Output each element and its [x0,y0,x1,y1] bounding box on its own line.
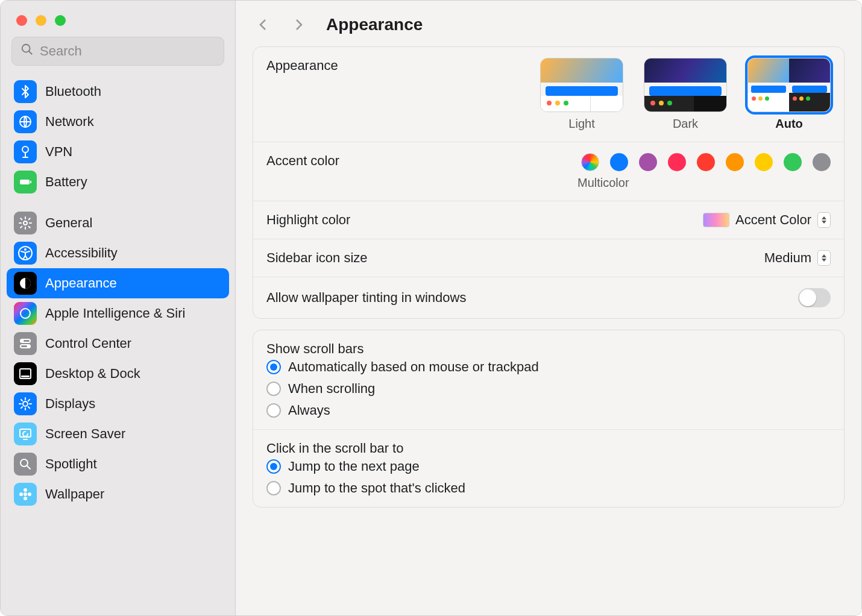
appearance-option-auto[interactable]: Auto [747,58,831,131]
accent-color-option[interactable] [755,153,773,171]
svg-line-1 [29,51,33,55]
sidebar-item-wallpaper[interactable]: Wallpaper [7,479,229,509]
appearance-option-label: Light [568,117,594,131]
appearance-option-dark[interactable]: Dark [644,58,727,131]
minimize-button[interactable] [36,15,46,26]
battery-icon [14,171,37,193]
scroll-click-heading: Click in the scroll bar to [253,430,844,456]
appearance-option-light[interactable]: Light [540,58,623,131]
sidebar-list: BluetoothNetworkVPNBatteryGeneralAccessi… [1,74,235,521]
radio-label: Jump to the next page [288,459,420,474]
svg-point-22 [24,488,27,492]
accent-color-options [581,153,831,171]
radio-label: Automatically based on mouse or trackpad [288,359,539,375]
radio-label: Jump to the spot that's clicked [288,480,465,496]
svg-line-20 [27,466,31,470]
accent-color-option[interactable] [610,153,628,171]
radio-option[interactable]: Jump to the next page [266,459,831,474]
svg-point-8 [24,248,27,251]
appearance-option-label: Auto [775,117,803,131]
dock-icon [14,362,37,385]
radio-option[interactable]: When scrolling [266,381,831,397]
main-content: Appearance Appearance Light Dark [236,1,861,615]
sidebar-item-label: Apple Intelligence & Siri [45,306,185,321]
radio-button[interactable] [266,382,281,396]
brightness-icon [14,392,37,415]
sidebar-item-appearance[interactable]: Appearance [7,268,229,298]
nav-forward-button[interactable] [291,17,306,32]
sidebar-icon-size-value: Medium [764,250,811,266]
sidebar-item-label: Accessibility [45,245,118,261]
sidebar: BluetoothNetworkVPNBatteryGeneralAccessi… [1,1,236,615]
panel-scrolling: Show scroll bars Automatically based on … [253,330,845,508]
sidebar-item-label: General [45,215,92,231]
accent-color-option[interactable] [697,153,715,171]
search-icon [20,43,34,60]
radio-button[interactable] [266,360,281,374]
radio-label: When scrolling [288,381,375,397]
sidebar-item-general[interactable]: General [7,208,229,238]
sidebar-item-label: Control Center [45,336,131,351]
search-input[interactable] [40,43,215,59]
screensaver-icon [14,423,37,445]
row-wallpaper-tinting: Allow wallpaper tinting in windows [253,277,844,318]
sidebar-item-apple-intelligence-siri[interactable]: Apple Intelligence & Siri [7,298,229,328]
sidebar-item-control-center[interactable]: Control Center [7,328,229,359]
bluetooth-icon [14,80,37,103]
zoom-button[interactable] [55,15,66,26]
accent-color-option[interactable] [813,153,831,171]
svg-point-6 [24,221,27,225]
radio-button[interactable] [266,403,281,418]
radio-button[interactable] [266,481,281,495]
search-wrap [1,37,235,74]
highlight-color-value: Accent Color [735,212,811,228]
appearance-option-label: Dark [673,117,698,131]
wallpaper-tinting-label: Allow wallpaper tinting in windows [266,290,466,306]
accessibility-icon [14,242,37,265]
accent-color-option[interactable] [581,153,599,171]
svg-rect-16 [21,376,30,377]
sidebar-item-displays[interactable]: Displays [7,389,229,419]
radio-button[interactable] [266,459,281,474]
close-button[interactable] [16,15,27,26]
sidebar-item-label: Network [45,114,94,130]
search-icon [14,453,37,476]
sidebar-icon-size-select[interactable]: Medium [764,250,831,266]
accent-color-option[interactable] [639,153,657,171]
svg-point-25 [28,492,31,496]
sidebar-item-network[interactable]: Network [7,107,229,137]
accent-color-option[interactable] [668,153,686,171]
accent-selected-label: Multicolor [577,176,629,190]
radio-option[interactable]: Always [266,403,831,418]
accent-color-option[interactable] [726,153,744,171]
accent-color-option[interactable] [784,153,802,171]
radio-label: Always [288,403,330,418]
highlight-color-select[interactable]: Accent Color [703,212,831,228]
accent-color-label: Accent color [266,153,339,169]
wallpaper-tinting-toggle[interactable] [798,288,831,307]
sidebar-item-label: Wallpaper [45,486,104,502]
svg-point-10 [20,309,30,318]
sidebar-item-accessibility[interactable]: Accessibility [7,238,229,268]
sidebar-item-bluetooth[interactable]: Bluetooth [7,77,229,107]
row-highlight-color: Highlight color Accent Color [253,201,844,239]
sidebar-item-battery[interactable]: Battery [7,167,229,197]
sidebar-item-label: Bluetooth [45,84,101,99]
sidebar-item-spotlight[interactable]: Spotlight [7,449,229,479]
radio-option[interactable]: Jump to the spot that's clicked [266,480,831,496]
scroll-bars-group: Automatically based on mouse or trackpad… [253,357,844,429]
nav-back-button[interactable] [256,17,271,32]
sidebar-item-screen-saver[interactable]: Screen Saver [7,419,229,449]
radio-option[interactable]: Automatically based on mouse or trackpad [266,359,831,375]
siri-icon [14,302,37,325]
switches-icon [14,332,37,355]
search-field[interactable] [11,37,224,66]
svg-point-21 [24,492,27,496]
header: Appearance [236,1,861,46]
stepper-icon [817,250,831,266]
svg-rect-5 [30,181,31,183]
sidebar-item-vpn[interactable]: VPN [7,137,229,167]
sidebar-item-desktop-dock[interactable]: Desktop & Dock [7,359,229,389]
sidebar-item-label: Spotlight [45,456,97,472]
window-controls [1,1,235,37]
